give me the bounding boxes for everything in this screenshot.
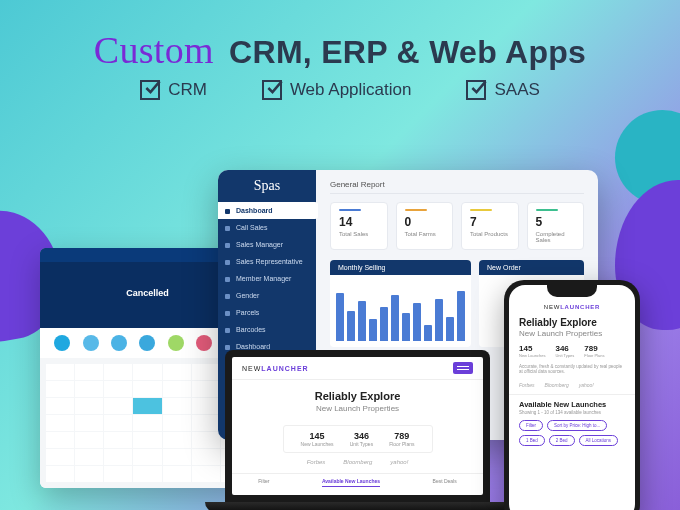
filter-pill[interactable]: All Locations bbox=[579, 435, 619, 446]
hero-description: Accurate, fresh & constantly updated by … bbox=[509, 362, 635, 381]
sidebar-item[interactable]: Dashboard bbox=[218, 202, 318, 219]
sidebar-item[interactable]: Sales Representative bbox=[218, 253, 316, 270]
round-icon[interactable] bbox=[168, 335, 184, 351]
stat-card: 0Total Farms bbox=[396, 202, 454, 250]
laptop-mockup: NEWLAUNCHER Reliably Explore New Launch … bbox=[205, 350, 510, 510]
sidebar-item[interactable]: Sales Manager bbox=[218, 236, 316, 253]
phone-mockup: NEWLAUNCHER Reliably Explore New Launch … bbox=[504, 280, 640, 510]
chart-bar bbox=[369, 319, 377, 341]
press-logo: Bloomberg bbox=[343, 459, 372, 465]
stat: 145New Launches bbox=[519, 344, 545, 358]
round-icon[interactable] bbox=[139, 335, 155, 351]
menu-icon bbox=[225, 243, 230, 248]
filter-pill[interactable]: 1 Bed bbox=[519, 435, 545, 446]
filter-pill[interactable]: 2 Bed bbox=[549, 435, 575, 446]
chart-bar bbox=[402, 313, 410, 341]
menu-icon bbox=[225, 328, 230, 333]
sidebar-item[interactable]: Gender bbox=[218, 287, 316, 304]
feature-label: SAAS bbox=[494, 80, 539, 100]
press-logo: yahoo! bbox=[579, 382, 594, 388]
feature-label: CRM bbox=[168, 80, 207, 100]
spas-logo: Spas bbox=[218, 170, 316, 202]
press-logo: Bloomberg bbox=[545, 382, 569, 388]
round-icon[interactable] bbox=[54, 335, 70, 351]
title-script: Custom bbox=[94, 29, 214, 71]
menu-icon bbox=[225, 311, 230, 316]
page-title: Custom CRM, ERP & Web Apps bbox=[0, 28, 680, 72]
feature-checks: CRMWeb ApplicationSAAS bbox=[0, 80, 680, 100]
card-header: Monthly Selling bbox=[330, 260, 471, 275]
card-header: New Order bbox=[479, 260, 584, 275]
checkbox-icon bbox=[466, 80, 486, 100]
stat: 789Floor Plans bbox=[389, 431, 414, 447]
chart-bar bbox=[446, 317, 454, 341]
chart-bar bbox=[347, 311, 355, 341]
chart-bar bbox=[424, 325, 432, 341]
filter-pill[interactable]: Sort by Price: High to... bbox=[547, 420, 607, 431]
sidebar-item[interactable]: Parcels bbox=[218, 304, 316, 321]
menu-icon bbox=[225, 260, 230, 265]
chart-bar bbox=[336, 293, 344, 341]
menu-icon bbox=[225, 209, 230, 214]
chart-bar bbox=[457, 291, 465, 341]
chart-bar bbox=[380, 307, 388, 341]
bar-chart bbox=[336, 281, 465, 341]
monthly-selling-card: Monthly Selling bbox=[330, 260, 471, 347]
round-icon[interactable] bbox=[111, 335, 127, 351]
tab[interactable]: Filter bbox=[258, 478, 269, 487]
sidebar-item[interactable]: Barcodes bbox=[218, 321, 316, 338]
stat: 346Unit Types bbox=[555, 344, 574, 358]
hero-subtitle: New Launch Properties bbox=[232, 404, 483, 413]
app-logo: NEWLAUNCHER bbox=[509, 301, 635, 313]
title-rest: CRM, ERP & Web Apps bbox=[229, 34, 586, 70]
filter-pill[interactable]: Filter bbox=[519, 420, 543, 431]
round-icon[interactable] bbox=[83, 335, 99, 351]
tab[interactable]: Best Deals bbox=[433, 478, 457, 487]
hero-subtitle: New Launch Properties bbox=[519, 329, 625, 338]
hero-title: Reliably Explore bbox=[232, 390, 483, 402]
round-icon[interactable] bbox=[196, 335, 212, 351]
hero-title: Reliably Explore bbox=[519, 317, 625, 329]
chart-bar bbox=[435, 299, 443, 341]
stat-card: 7Total Products bbox=[461, 202, 519, 250]
menu-icon bbox=[225, 277, 230, 282]
press-logo: yahoo! bbox=[390, 459, 408, 465]
report-heading: General Report bbox=[330, 180, 584, 194]
checkbox-icon bbox=[262, 80, 282, 100]
tab[interactable]: Available New Launches bbox=[322, 478, 380, 487]
menu-icon bbox=[225, 226, 230, 231]
sidebar-item[interactable]: Call Sales bbox=[218, 219, 316, 236]
chart-bar bbox=[413, 303, 421, 341]
menu-icon bbox=[225, 294, 230, 299]
chart-bar bbox=[358, 301, 366, 341]
app-logo: NEWLAUNCHER bbox=[242, 365, 309, 372]
checkbox-icon bbox=[140, 80, 160, 100]
press-logo: Forbes bbox=[519, 382, 535, 388]
feature-check: CRM bbox=[140, 80, 207, 100]
stat-card: 5Completed Sales bbox=[527, 202, 585, 250]
press-logo: Forbes bbox=[307, 459, 326, 465]
sidebar-item[interactable]: Member Manager bbox=[218, 270, 316, 287]
stat: 346Unit Types bbox=[350, 431, 374, 447]
menu-icon[interactable] bbox=[453, 362, 473, 374]
section-subtitle: Showing 1 - 10 of 134 available launches bbox=[519, 410, 625, 415]
feature-check: Web Application bbox=[262, 80, 412, 100]
chart-bar bbox=[391, 295, 399, 341]
stat-card: 14Total Sales bbox=[330, 202, 388, 250]
stat: 789Floor Plans bbox=[584, 344, 604, 358]
feature-check: SAAS bbox=[466, 80, 539, 100]
stat: 145New Launches bbox=[301, 431, 334, 447]
feature-label: Web Application bbox=[290, 80, 412, 100]
section-heading: Available New Launches bbox=[519, 400, 625, 409]
